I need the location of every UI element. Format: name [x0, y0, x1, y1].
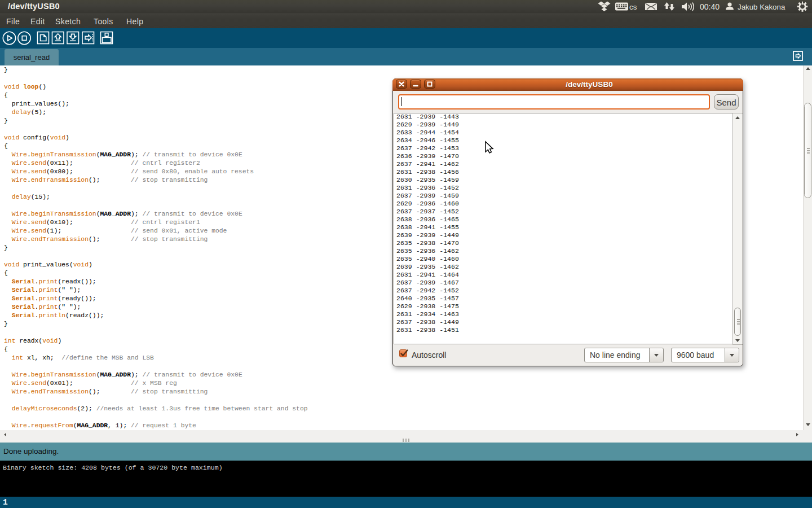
svg-text:00:40: 00:40 — [700, 2, 720, 11]
svg-text:Jakub Kakona: Jakub Kakona — [738, 3, 785, 11]
svg-text:cs: cs — [629, 3, 637, 11]
